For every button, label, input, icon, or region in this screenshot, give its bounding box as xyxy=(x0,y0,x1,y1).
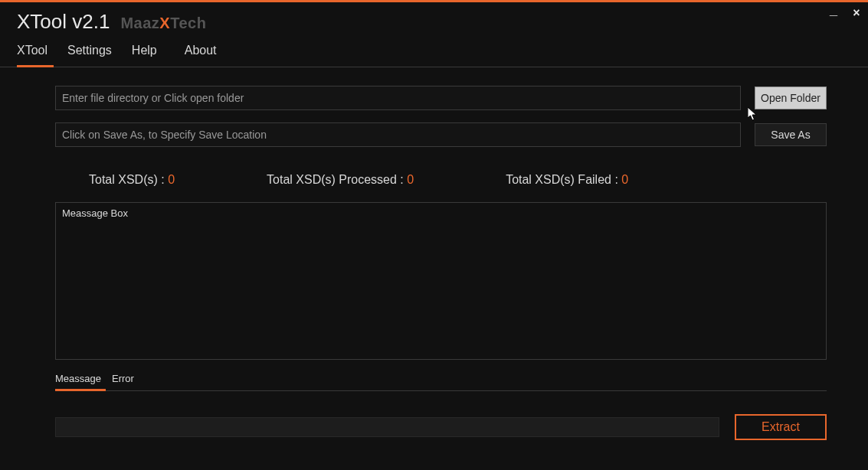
menu-bar: XTool Settings Help About xyxy=(0,38,868,67)
brand-x: X xyxy=(159,15,170,31)
menu-help[interactable]: Help xyxy=(132,39,163,67)
menu-about[interactable]: About xyxy=(185,39,223,67)
tab-error[interactable]: Error xyxy=(112,370,139,391)
stat-total-label: Total XSD(s) : xyxy=(89,173,168,186)
stat-failed: Total XSD(s) Failed : 0 xyxy=(506,173,628,187)
stat-failed-label: Total XSD(s) Failed : xyxy=(506,173,621,186)
save-as-button[interactable]: Save As xyxy=(755,123,827,146)
menu-settings[interactable]: Settings xyxy=(67,39,118,67)
stat-processed-value: 0 xyxy=(407,173,414,186)
main-content: Open Folder Save As Total XSD(s) : 0 Tot… xyxy=(0,67,868,455)
stats-row: Total XSD(s) : 0 Total XSD(s) Processed … xyxy=(55,159,827,202)
open-folder-button[interactable]: Open Folder xyxy=(755,86,827,109)
stat-failed-value: 0 xyxy=(621,173,628,186)
window-controls: _ × xyxy=(827,6,863,20)
brand-prefix: Maaz xyxy=(120,15,159,31)
directory-input[interactable] xyxy=(55,86,741,110)
app-title: XTool v2.1 xyxy=(17,10,110,34)
minimize-button[interactable]: _ xyxy=(827,3,840,17)
extract-button[interactable]: Extract xyxy=(735,414,827,440)
directory-row: Open Folder xyxy=(55,86,827,110)
title-bar: XTool v2.1 MaazXTech xyxy=(0,2,868,38)
stat-total-value: 0 xyxy=(168,173,175,186)
stat-processed-label: Total XSD(s) Processed : xyxy=(267,173,407,186)
stat-total: Total XSD(s) : 0 xyxy=(89,173,175,187)
stat-processed: Total XSD(s) Processed : 0 xyxy=(267,173,414,187)
menu-xtool[interactable]: XTool xyxy=(17,39,54,67)
message-box-text: Meassage Box xyxy=(62,207,128,219)
close-button[interactable]: × xyxy=(850,7,863,19)
message-box: Meassage Box xyxy=(55,202,827,360)
save-location-input[interactable] xyxy=(55,122,741,147)
bottom-tabs: Meassage Error xyxy=(55,369,827,391)
progress-field xyxy=(55,417,719,437)
save-location-row: Save As xyxy=(55,122,827,147)
footer-row: Extract xyxy=(55,414,827,440)
app-brand: MaazXTech xyxy=(120,15,206,32)
tab-message[interactable]: Meassage xyxy=(55,370,106,391)
brand-suffix: Tech xyxy=(170,15,206,31)
